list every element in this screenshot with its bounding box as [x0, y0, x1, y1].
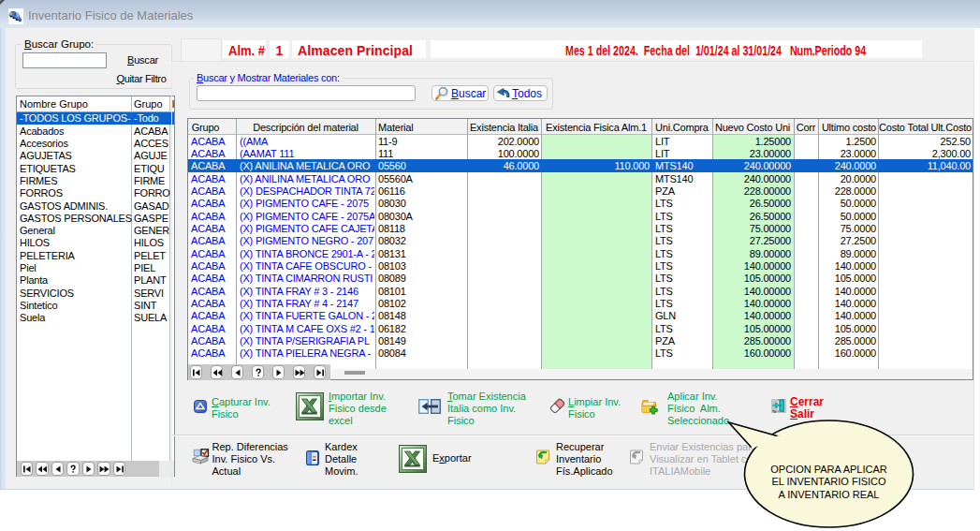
svg-text:A INVENTARIO REAL: A INVENTARIO REAL [779, 489, 880, 500]
svg-text:EL INVENTARIO FISICO: EL INVENTARIO FISICO [771, 476, 886, 487]
svg-text:OPCION PARA APLICAR: OPCION PARA APLICAR [770, 464, 887, 475]
